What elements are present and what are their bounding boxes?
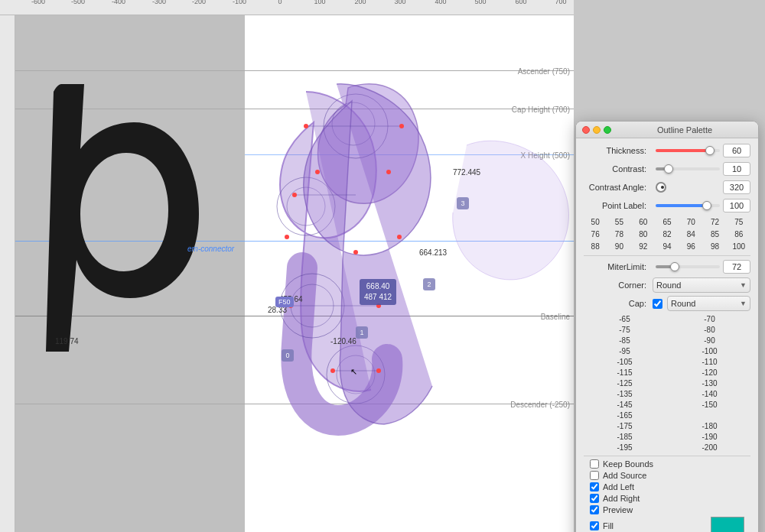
close-button[interactable] xyxy=(582,126,590,134)
num-70[interactable]: 70 xyxy=(679,216,702,228)
point-label-label: Point Label: xyxy=(584,201,653,210)
black-glyph-p xyxy=(31,61,230,382)
thickness-slider[interactable] xyxy=(656,149,720,152)
f50-marker: F50 xyxy=(275,297,294,307)
col-num--150[interactable]: -150 xyxy=(669,400,750,410)
add-left-label: Add Left xyxy=(603,482,634,491)
num-86[interactable]: 86 xyxy=(728,229,750,240)
add-right-row: Add Right xyxy=(584,494,750,503)
point-label-row: Point Label: 100 xyxy=(584,198,750,213)
preview-label: Preview xyxy=(603,505,633,514)
contrast-value[interactable]: 10 xyxy=(723,162,750,176)
miter-limit-label: MiterLimit: xyxy=(584,262,653,271)
col-num--135[interactable]: -135 xyxy=(584,389,666,399)
num-78[interactable]: 78 xyxy=(607,229,630,240)
col-num--180[interactable]: -180 xyxy=(669,421,750,431)
corner-value: Round xyxy=(656,281,681,290)
num-76[interactable]: 76 xyxy=(584,229,607,240)
thickness-value[interactable]: 60 xyxy=(723,144,750,157)
fill-checkbox[interactable] xyxy=(590,521,599,530)
keep-bounds-label: Keep Bounds xyxy=(603,459,653,469)
miter-limit-slider[interactable] xyxy=(656,265,720,268)
col-num--80[interactable]: -80 xyxy=(669,325,750,335)
preview-checkbox[interactable] xyxy=(590,505,599,514)
svg-point-25 xyxy=(285,235,289,239)
thickness-row: Thickness: 60 xyxy=(584,143,750,158)
col-num--145[interactable]: -145 xyxy=(584,400,666,410)
num-100[interactable]: 100 xyxy=(728,241,750,252)
num-92[interactable]: 92 xyxy=(632,241,655,252)
num-85[interactable]: 85 xyxy=(703,229,726,240)
maximize-button[interactable] xyxy=(604,126,611,134)
num-96[interactable]: 96 xyxy=(679,241,702,252)
num-94[interactable]: 94 xyxy=(656,241,679,252)
col-num--200[interactable]: -200 xyxy=(669,443,750,453)
add-source-checkbox[interactable] xyxy=(590,471,599,480)
two-col-grid: -65 -70 -75 -80 -85 -90 -95 -100 -105 -1… xyxy=(584,314,750,453)
angle-control[interactable] xyxy=(656,182,666,193)
col-num--75[interactable]: -75 xyxy=(584,325,666,335)
col-num--190[interactable]: -190 xyxy=(669,432,750,442)
col-num--195[interactable]: -195 xyxy=(584,443,666,453)
add-right-checkbox[interactable] xyxy=(590,494,599,503)
num-72[interactable]: 72 xyxy=(703,216,726,228)
number-grid: 50 55 60 65 70 72 75 76 78 80 82 84 85 8… xyxy=(584,216,750,252)
num-80[interactable]: 80 xyxy=(632,229,655,240)
num-50[interactable]: 50 xyxy=(584,216,607,228)
col-num--140[interactable]: -140 xyxy=(669,389,750,399)
col-num--70[interactable]: -70 xyxy=(669,314,750,324)
col-num--105[interactable]: -105 xyxy=(584,357,666,367)
thickness-label: Thickness: xyxy=(584,146,653,155)
col-num--110[interactable]: -110 xyxy=(669,357,750,367)
coord-119-74: 119.74 xyxy=(55,337,79,345)
svg-point-19 xyxy=(330,368,335,373)
point-label-value[interactable]: 100 xyxy=(723,199,750,212)
corner-label: Corner: xyxy=(584,281,653,290)
col-num--175[interactable]: -175 xyxy=(584,421,666,431)
fill-stroke-section: Fill Stroke xyxy=(584,517,750,532)
col-num--130[interactable]: -130 xyxy=(669,378,750,388)
num-75[interactable]: 75 xyxy=(728,216,750,228)
contrast-angle-row: Contrast Angle: 320 xyxy=(584,180,750,195)
num-98[interactable]: 98 xyxy=(703,241,726,252)
num-82[interactable]: 82 xyxy=(656,229,679,240)
ruler-top: -600 -500 -400 -300 -200 -100 0 100 200 … xyxy=(0,0,574,15)
cap-select[interactable]: Round ▼ xyxy=(667,296,750,311)
add-source-label: Add Source xyxy=(603,471,646,480)
num-60[interactable]: 60 xyxy=(632,216,655,228)
col-num--95[interactable]: -95 xyxy=(584,346,666,356)
miter-limit-value[interactable]: 72 xyxy=(723,260,750,274)
canvas-area: -600 -500 -400 -300 -200 -100 0 100 200 … xyxy=(0,0,574,532)
num-65[interactable]: 65 xyxy=(656,216,679,228)
point-marker-1: 1 xyxy=(356,326,368,339)
minimize-button[interactable] xyxy=(593,126,601,134)
col-num--90[interactable]: -90 xyxy=(669,336,750,345)
num-84[interactable]: 84 xyxy=(679,229,702,240)
col-num--115[interactable]: -115 xyxy=(584,368,666,378)
cursor-indicator: ↖ xyxy=(350,367,356,373)
contrast-label: Contrast: xyxy=(584,164,653,174)
svg-point-21 xyxy=(353,250,358,255)
window-controls xyxy=(582,126,611,134)
num-90[interactable]: 90 xyxy=(607,241,630,252)
num-88[interactable]: 88 xyxy=(584,241,607,252)
cap-checkbox[interactable] xyxy=(653,299,662,309)
corner-select[interactable]: Round ▼ xyxy=(653,277,750,293)
col-num--85[interactable]: -85 xyxy=(584,336,666,345)
col-num--165[interactable]: -165 xyxy=(584,410,666,420)
col-num--120[interactable]: -120 xyxy=(669,368,750,378)
keep-bounds-checkbox[interactable] xyxy=(590,459,599,469)
col-num--125[interactable]: -125 xyxy=(584,378,666,388)
point-label-slider[interactable] xyxy=(656,204,720,207)
checkbox-group-1: Keep Bounds Add Source Add Left Add Righ… xyxy=(584,459,750,517)
col-num--185[interactable]: -185 xyxy=(584,432,666,442)
add-left-checkbox[interactable] xyxy=(590,482,599,491)
palette-titlebar: Outline Palette xyxy=(576,122,758,138)
color-preview[interactable] xyxy=(711,517,744,532)
contrast-angle-value[interactable]: 320 xyxy=(723,180,750,194)
col-num--65[interactable]: -65 xyxy=(584,314,666,324)
fill-label: Fill xyxy=(603,521,614,530)
col-num--100[interactable]: -100 xyxy=(669,346,750,356)
contrast-slider[interactable] xyxy=(656,167,720,170)
num-55[interactable]: 55 xyxy=(607,216,630,228)
